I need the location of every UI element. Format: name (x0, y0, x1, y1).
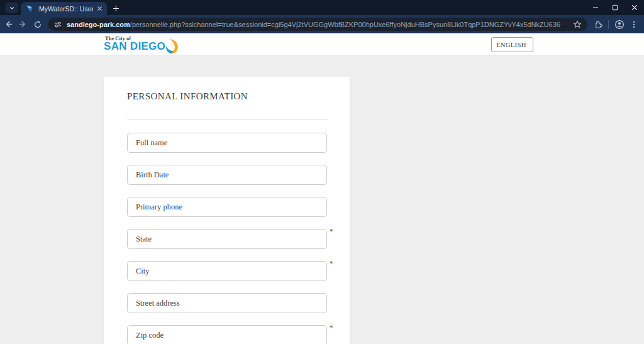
window-controls (586, 0, 644, 15)
logo-name: SAN DIEGO (104, 41, 165, 52)
tab-search-button[interactable] (5, 3, 18, 13)
chevron-down-icon (526, 42, 528, 48)
favicon-icon (25, 4, 33, 13)
chevron-down-icon (9, 5, 15, 11)
field-zip-code: * (127, 325, 327, 344)
logo-swoosh-icon (165, 39, 179, 54)
birth-date-input[interactable] (127, 165, 327, 185)
san-diego-logo: The City of SAN DIEGO (104, 35, 179, 54)
minimize-button[interactable] (586, 0, 605, 15)
state-input[interactable] (127, 229, 327, 249)
reload-icon (33, 20, 42, 29)
profile-icon (614, 19, 625, 30)
tab-strip: :MyWaterSD:: User (0, 0, 644, 15)
field-state: * (127, 229, 327, 249)
url-bar[interactable]: sandiego-park.com/personnelle.php?sslcha… (48, 18, 587, 31)
field-full-name (127, 133, 327, 153)
forward-button[interactable] (16, 17, 30, 31)
full-name-input[interactable] (127, 133, 327, 153)
tab-mywatersd[interactable]: :MyWaterSD:: User (21, 2, 107, 15)
field-birth-date (127, 165, 327, 185)
zip-code-input[interactable] (127, 325, 327, 344)
form-title: PERSONAL INFORMATION (127, 91, 327, 102)
three-dot-menu-icon (630, 20, 638, 29)
reload-button[interactable] (30, 17, 45, 31)
url-domain: sandiego-park.com (67, 21, 130, 28)
menu-button[interactable] (626, 17, 641, 31)
required-marker: * (330, 259, 334, 267)
personal-information-card: PERSONAL INFORMATION * * (104, 77, 350, 344)
extensions-button[interactable] (591, 17, 605, 31)
bookmark-star-icon[interactable] (573, 20, 582, 29)
toolbar-separator (608, 20, 609, 29)
minimize-icon (592, 4, 599, 11)
tab-title: :MyWaterSD:: User (37, 5, 93, 13)
city-input[interactable] (127, 261, 327, 281)
field-city: * (127, 261, 327, 281)
forward-arrow-icon (18, 19, 28, 29)
tab-close-button[interactable] (97, 6, 103, 11)
url-text[interactable]: sandiego-park.com/personnelle.php?sslcha… (67, 21, 569, 28)
window-close-button[interactable] (625, 0, 644, 15)
title-divider (127, 119, 327, 119)
language-label: ENGLISH (496, 42, 526, 48)
page-content: The City of SAN DIEGO ENGLISH PERSONAL I… (0, 33, 644, 344)
maximize-button[interactable] (605, 0, 625, 15)
back-arrow-icon (4, 19, 13, 29)
browser-toolbar: sandiego-park.com/personnelle.php?sslcha… (0, 15, 644, 33)
extensions-puzzle-icon (593, 19, 602, 29)
required-marker: * (330, 323, 334, 331)
field-street-address (127, 293, 327, 313)
close-icon (97, 6, 103, 11)
site-settings-icon (53, 20, 62, 29)
new-tab-button[interactable] (113, 5, 119, 12)
browser-window: :MyWaterSD:: User (0, 0, 644, 344)
field-primary-phone (127, 197, 327, 217)
maximize-icon (612, 4, 618, 11)
profile-button[interactable] (612, 17, 626, 31)
back-button[interactable] (1, 17, 16, 31)
street-address-input[interactable] (127, 293, 327, 313)
language-selector[interactable]: ENGLISH (491, 37, 533, 52)
required-marker: * (330, 227, 334, 235)
plus-icon (113, 5, 119, 12)
url-path: /personnelle.php?sslchannel=true&session… (130, 21, 569, 28)
site-header: The City of SAN DIEGO ENGLISH (0, 33, 644, 55)
primary-phone-input[interactable] (127, 197, 327, 217)
toolbar-right-cluster (591, 17, 641, 31)
window-close-icon (631, 4, 638, 11)
